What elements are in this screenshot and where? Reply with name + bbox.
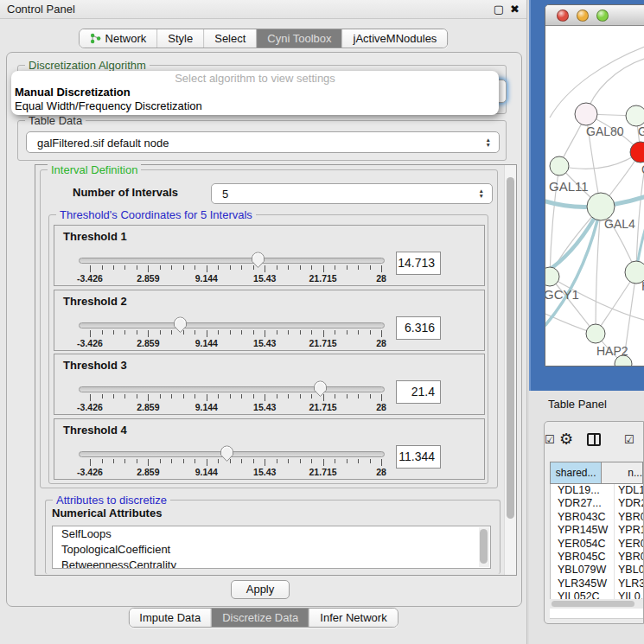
checkbox-icon[interactable]: ☑ [545, 433, 555, 446]
table-row[interactable]: YBR045CYBR0... [551, 551, 643, 564]
threshold-panel: Threshold 4 -3.4262.8599.14415.4321.7152… [54, 418, 485, 480]
table-row[interactable]: YBL079WYBL0... [551, 564, 643, 577]
stepper-icon[interactable]: ▲▼ [479, 188, 484, 199]
slider-track[interactable] [79, 386, 385, 392]
tab-label: Style [168, 29, 193, 48]
slider-thumb[interactable] [250, 251, 266, 269]
algorithm-option-equal-width-frequency-discretization[interactable]: Equal Width/Frequency Discretization [11, 99, 499, 113]
number-of-intervals-combo[interactable]: 5 ▲▼ [211, 183, 493, 204]
threshold-value[interactable]: 14.713 [396, 252, 441, 275]
close-icon[interactable]: ✖ [510, 3, 520, 16]
cell-name: YBR0... [615, 511, 643, 524]
network-view-window: GAL80GACGAL11GAL4GCY1HHAP2 [545, 4, 644, 367]
slider-thumb[interactable] [172, 316, 188, 334]
network-node-gcy1[interactable] [545, 267, 559, 286]
network-canvas[interactable]: GAL80GACGAL11GAL4GCY1HHAP2 [545, 27, 644, 366]
tick-label: -3.426 [77, 338, 103, 348]
tick-label: 15.43 [253, 338, 276, 348]
cell-shared-name: YDL19... [551, 484, 615, 497]
tick-label: 28 [376, 467, 386, 477]
threshold-panel: Threshold 3 -3.4262.8599.14415.4321.7152… [54, 354, 485, 415]
number-of-intervals-value: 5 [222, 188, 228, 201]
table-row[interactable]: YBR043CYBR0... [551, 511, 643, 524]
cell-name: YDR2... [615, 497, 643, 510]
tab-infer-network[interactable]: Infer Network [309, 609, 397, 627]
tick-label: -3.426 [77, 273, 103, 284]
tick-label: 28 [376, 273, 386, 284]
tick-label: 2.859 [137, 273, 159, 284]
tick-label: 15.43 [253, 467, 276, 477]
algorithm-option-manual-discretization[interactable]: Manual Discretization [11, 86, 499, 99]
node-label: GCY1 [545, 287, 579, 302]
tick-label: 28 [376, 338, 386, 348]
numerical-attributes-list[interactable]: SelfLoopsTopologicalCoefficientBetweenne… [52, 526, 491, 569]
network-window-titlebar [545, 5, 644, 26]
attribute-item-topologicalcoefficient[interactable]: TopologicalCoefficient [53, 542, 490, 558]
split-columns-icon[interactable] [587, 433, 601, 446]
threshold-label: Threshold 2 [63, 295, 127, 308]
tab-cyni-toolbox[interactable]: Cyni Toolbox [256, 29, 341, 48]
node-label: GA [638, 124, 644, 138]
network-node-gal11[interactable] [550, 156, 569, 175]
table-row[interactable]: YER054CYER0... [551, 538, 643, 551]
network-node-c[interactable] [630, 142, 644, 163]
attribute-item-selfloops[interactable]: SelfLoops [53, 526, 490, 542]
network-node-gal80[interactable] [575, 103, 597, 125]
tab-select[interactable]: Select [203, 29, 256, 48]
slider-thumb[interactable] [312, 379, 328, 398]
panel-scrollbar[interactable] [504, 165, 516, 575]
tab-label: Discretize Data [222, 609, 298, 627]
tab-style[interactable]: Style [156, 29, 203, 48]
restore-icon[interactable]: ▢ [494, 3, 504, 16]
apply-button[interactable]: Apply [231, 580, 290, 599]
column-header-shared[interactable]: shared... [550, 462, 602, 484]
gear-icon[interactable]: ⚙ [559, 430, 573, 449]
slider-tick-labels: -3.4262.8599.14415.4321.71528 [90, 273, 381, 284]
tab-jactivemnodules[interactable]: jActiveMNodules [342, 29, 448, 48]
tick-label: 9.144 [195, 338, 218, 348]
zoom-light[interactable] [596, 10, 609, 22]
cyni-toolbox-panel: Discretization Algorithm Table Data galF… [6, 52, 522, 607]
tab-label: jActiveMNodules [354, 29, 437, 48]
window-titlebar: Control Panel ▢ ✖ [0, 0, 526, 19]
attributes-scrollbar[interactable] [479, 527, 489, 567]
interval-definition-group: Interval Definition Number of Intervals … [40, 169, 498, 488]
table-horizontal-scrollbar[interactable] [550, 599, 643, 609]
table-header-row: shared...n... [550, 462, 643, 484]
table-row[interactable]: YDL19...YDL1... [551, 484, 643, 497]
slider-track[interactable] [79, 322, 385, 328]
slider-track[interactable] [79, 258, 385, 264]
thresholds-group: Threshold's Coordinates for 5 Intervals … [48, 214, 488, 484]
tick-label: 15.43 [253, 273, 276, 284]
threshold-value[interactable]: 6.316 [396, 316, 441, 340]
checkbox-icon[interactable]: ☑ [624, 433, 634, 446]
table-row[interactable]: YLR345WYLR3... [551, 577, 643, 590]
table-footer [550, 609, 643, 619]
slider-ticks [90, 330, 381, 338]
close-light[interactable] [557, 10, 569, 22]
table-row[interactable]: YPR145WYPR1... [551, 524, 643, 537]
threshold-label: Threshold 3 [63, 359, 127, 372]
slider-tick-labels: -3.4262.8599.14415.4321.71528 [90, 402, 381, 412]
threshold-panel: Threshold 1 -3.4262.8599.14415.4321.7152… [54, 225, 485, 286]
threshold-value[interactable]: 11.344 [396, 445, 441, 469]
network-node-hap2[interactable] [586, 324, 605, 343]
minimize-light[interactable] [577, 10, 589, 22]
threshold-value[interactable]: 21.4 [396, 380, 441, 404]
node-label: GAL11 [549, 179, 589, 194]
table-rows: YDL19...YDL1...YDR27...YDR2...YBR043CYBR… [550, 484, 643, 599]
network-node-ga[interactable] [626, 105, 644, 126]
attribute-item-betweennesscentrality[interactable]: BetweennessCentrality [53, 558, 490, 569]
tab-network[interactable]: Network [80, 29, 157, 48]
stepper-icon[interactable]: ▲▼ [486, 137, 491, 148]
tab-discretize-data[interactable]: Discretize Data [211, 609, 309, 627]
slider-tick-labels: -3.4262.8599.14415.4321.71528 [90, 338, 381, 348]
table-row[interactable]: YIL052CYIL0... [551, 590, 643, 599]
table-data-combo[interactable]: galFiltered.sif default node ▲▼ [26, 131, 500, 153]
right-panel: GAL80GACGAL11GAL4GCY1HHAP2 Table Panel ⚙… [529, 0, 644, 644]
tab-impute-data[interactable]: Impute Data [129, 609, 211, 627]
slider-thumb[interactable] [219, 444, 235, 462]
column-header-n[interactable]: n... [602, 462, 643, 484]
cell-name: YPR1... [615, 524, 643, 537]
table-row[interactable]: YDR27...YDR2... [551, 497, 643, 510]
